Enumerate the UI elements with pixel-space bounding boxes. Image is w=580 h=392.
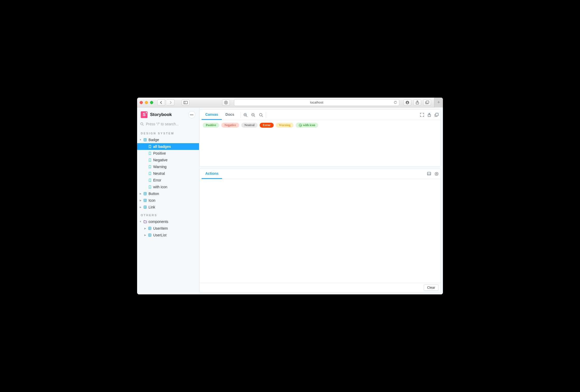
svg-line-36: [262, 116, 263, 117]
open-isolated-button[interactable]: [428, 113, 431, 117]
zoom-out-icon: [251, 113, 255, 117]
story-icon: [148, 172, 152, 175]
story-icon: [148, 145, 152, 148]
svg-point-35: [259, 113, 262, 116]
chevron-left-icon: [160, 101, 162, 104]
sidebar-icon: [183, 101, 188, 104]
privacy-report-button[interactable]: [222, 99, 230, 106]
zoom-in-button[interactable]: [243, 113, 247, 117]
close-circle-icon: [435, 172, 438, 176]
component-icon: [148, 233, 152, 237]
badge-label: Positive: [206, 123, 216, 127]
tree-item-link[interactable]: ▶ Link: [137, 204, 199, 210]
badge-label: with icon: [303, 123, 315, 127]
share-icon: [428, 113, 431, 117]
downloads-button[interactable]: [404, 99, 411, 106]
fullscreen-icon: [420, 113, 424, 117]
addons-footer: Clear: [200, 283, 441, 292]
tree-item-label: Neutral: [153, 171, 165, 176]
close-window-button[interactable]: [140, 101, 143, 104]
shield-icon: [224, 101, 228, 104]
zoom-window-button[interactable]: [150, 101, 153, 104]
main-area: Canvas Docs: [199, 107, 443, 294]
svg-point-2: [224, 101, 228, 104]
tree-story-negative[interactable]: Negative: [137, 157, 199, 163]
svg-line-9: [143, 125, 144, 126]
addons-body: [200, 179, 441, 283]
share-button[interactable]: [413, 99, 421, 106]
caret-right-icon: ▶: [144, 234, 146, 236]
tree-item-label: components: [148, 220, 168, 224]
smile-icon: [299, 124, 302, 127]
download-icon: [406, 101, 409, 104]
tree-item-button[interactable]: ▶ Button: [137, 190, 199, 197]
tree-item-label: Error: [153, 178, 161, 182]
addons-orientation-button[interactable]: [427, 172, 431, 176]
tree-item-badge[interactable]: ▼ Badge: [137, 136, 199, 143]
sidebar: S Storybook ••• Design System ▼ Badge: [137, 107, 199, 294]
svg-line-29: [246, 116, 247, 117]
forward-button[interactable]: [167, 99, 174, 106]
new-tab-button[interactable]: +: [434, 98, 443, 107]
minimize-window-button[interactable]: [145, 101, 148, 104]
search-field[interactable]: [140, 122, 196, 126]
tree-story-error[interactable]: Error: [137, 177, 199, 184]
tree-item-label: Warning: [153, 165, 167, 169]
badge-warning: Warning: [276, 123, 294, 128]
tree-story-warning[interactable]: Warning: [137, 163, 199, 170]
tab-actions[interactable]: Actions: [202, 169, 222, 179]
reload-button[interactable]: [394, 101, 397, 104]
preview-body: Positive Negative Neutral Error Warning …: [200, 120, 441, 166]
folder-icon: [143, 220, 147, 223]
share-icon: [416, 100, 419, 104]
tree-item-useritem[interactable]: ▶ UserItem: [137, 225, 199, 232]
tree-item-label: Negative: [153, 158, 167, 162]
svg-line-33: [254, 116, 255, 117]
tree-story-all-badges[interactable]: all badges: [137, 143, 199, 150]
badge-error: Error: [260, 123, 274, 128]
preview-panel: Canvas Docs: [199, 110, 441, 166]
tree-folder-components[interactable]: ▼ components: [137, 218, 199, 225]
search-icon: [140, 122, 144, 126]
sidebar-menu-button[interactable]: •••: [188, 111, 195, 118]
tree-design-system: ▼ Badge all badges Positive N: [137, 136, 199, 210]
separator: [266, 112, 266, 118]
back-button[interactable]: [157, 99, 165, 106]
zoom-out-button[interactable]: [251, 113, 255, 117]
clear-button[interactable]: Clear: [424, 284, 438, 291]
browser-titlebar: localhost +: [137, 98, 443, 107]
tree-item-userlist[interactable]: ▶ UserList: [137, 232, 199, 238]
tree-item-label: Badge: [148, 138, 159, 142]
panel-bottom-icon: [427, 172, 431, 175]
addons-close-button[interactable]: [435, 172, 438, 176]
tree-story-neutral[interactable]: Neutral: [137, 170, 199, 177]
story-icon: [148, 185, 152, 189]
address-bar[interactable]: localhost: [234, 99, 399, 106]
badge-with-icon: with icon: [296, 123, 318, 128]
fullscreen-button[interactable]: [420, 113, 424, 117]
badge-positive: Positive: [203, 123, 219, 128]
component-icon: [148, 227, 152, 230]
zoom-reset-icon: [259, 113, 263, 117]
component-icon: [143, 192, 147, 195]
tree-item-icon[interactable]: ▶ Icon: [137, 197, 199, 204]
tree-story-positive[interactable]: Positive: [137, 150, 199, 157]
story-icon: [148, 158, 152, 162]
tree-story-with-icon[interactable]: with icon: [137, 184, 199, 190]
tab-canvas[interactable]: Canvas: [202, 110, 222, 120]
window-controls: [140, 101, 153, 104]
search-input[interactable]: [146, 122, 196, 126]
preview-toolbar: Canvas Docs: [200, 110, 441, 120]
svg-rect-38: [436, 113, 438, 116]
tab-docs[interactable]: Docs: [222, 110, 238, 120]
zoom-reset-button[interactable]: [259, 113, 263, 117]
copy-link-button[interactable]: [435, 113, 438, 117]
ellipsis-icon: •••: [190, 113, 194, 116]
storybook-app: S Storybook ••• Design System ▼ Badge: [137, 107, 443, 294]
svg-point-8: [141, 123, 143, 125]
badge-label: Warning: [279, 123, 291, 127]
badge-label: Negative: [224, 123, 236, 127]
tabs-button[interactable]: [423, 99, 431, 106]
nav-buttons: [157, 99, 174, 106]
sidebar-toggle-button[interactable]: [182, 99, 189, 106]
